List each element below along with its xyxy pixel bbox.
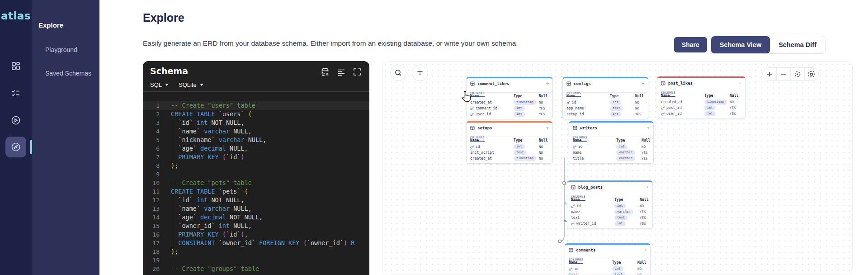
canvas-filter-button[interactable] xyxy=(412,65,428,81)
erd-column-row[interactable]: texttextNO xyxy=(565,272,650,275)
line-number: 2 xyxy=(143,110,166,119)
nav-tasks-button[interactable] xyxy=(5,83,26,104)
erd-canvas[interactable]: comment_likes✛COLUMNSNameTypeNullcreated… xyxy=(382,61,853,275)
drag-handle-icon[interactable]: ✛ xyxy=(547,81,549,85)
erd-column-row[interactable]: app_nametextNO xyxy=(563,105,648,111)
column-nullable: NO xyxy=(730,100,741,104)
center-view-button[interactable] xyxy=(790,68,804,81)
erd-table-post_likes[interactable]: post_likes✛COLUMNSNameTypeNullcreated_at… xyxy=(657,76,745,119)
erd-column-row[interactable]: user_idintYES xyxy=(657,111,745,117)
tab-columns[interactable]: COLUMNS xyxy=(661,91,675,97)
zoom-out-button[interactable] xyxy=(776,68,790,81)
erd-column-row[interactable]: init_scripttextNO xyxy=(467,150,552,156)
erd-table-blog_posts[interactable]: blog_posts✛COLUMNSNameTypeNullidintNOnam… xyxy=(567,180,653,229)
language-dropdown-value: SQL xyxy=(150,81,162,88)
tab-columns[interactable]: COLUMNS xyxy=(571,195,585,201)
erd-table-comments[interactable]: comments✛COLUMNSNameTypeNullidintNOtextt… xyxy=(565,243,651,275)
sidebar-item-playground[interactable]: Playground xyxy=(45,45,95,55)
erd-column-row[interactable]: post_idintYES xyxy=(657,105,745,111)
erd-table-header[interactable]: post_likes✛ xyxy=(657,79,745,87)
sidebar-item-saved-schemas[interactable]: Saved Schemas xyxy=(45,69,95,78)
tab-columns[interactable]: COLUMNS xyxy=(573,136,587,142)
canvas-search-button[interactable] xyxy=(390,65,406,81)
tab-columns[interactable]: COLUMNS xyxy=(470,136,485,142)
drag-handle-icon[interactable]: ✛ xyxy=(647,126,650,130)
fit-view-button[interactable] xyxy=(804,68,818,81)
zoom-in-button[interactable] xyxy=(763,68,776,81)
schema-panel-title: Schema xyxy=(150,66,188,76)
column-nullable: NO xyxy=(637,273,646,275)
share-button[interactable]: Share xyxy=(674,37,707,52)
column-name: title xyxy=(573,156,616,161)
column-nullable: NO xyxy=(637,267,646,271)
erd-table-writers[interactable]: writers✛COLUMNSNameTypeNullidintNOnameva… xyxy=(569,121,654,164)
tab-columns[interactable]: COLUMNS xyxy=(566,91,581,97)
erd-column-row[interactable]: idintNO xyxy=(565,266,650,272)
nav-playground-button[interactable] xyxy=(5,110,26,131)
column-nullable: YES xyxy=(635,112,644,116)
erd-column-row[interactable]: created_attimestampNO xyxy=(467,156,552,161)
drag-handle-icon[interactable]: ✛ xyxy=(642,81,644,85)
tab-columns[interactable]: COLUMNS xyxy=(470,91,485,97)
filter-icon xyxy=(416,69,424,77)
erd-column-row[interactable]: setup_idintYES xyxy=(563,111,648,117)
tab-columns[interactable]: COLUMNS xyxy=(569,258,583,264)
line-number: 11 xyxy=(143,187,166,196)
drag-handle-icon[interactable]: ✛ xyxy=(646,185,649,189)
fullscreen-button[interactable] xyxy=(352,67,362,77)
code-line: 16 PRIMARY KEY (`id`), xyxy=(143,230,369,239)
column-nullable: NO xyxy=(640,204,649,208)
erd-column-row[interactable]: created_attimestampNO xyxy=(657,99,745,105)
dialect-dropdown[interactable]: SQLite xyxy=(179,81,203,88)
column-nullable: NO xyxy=(539,156,549,161)
erd-column-row[interactable]: titlevarcharYES xyxy=(569,156,653,161)
erd-column-row[interactable]: comment_idintYES xyxy=(467,105,552,111)
erd-table-configs[interactable]: configs✛COLUMNSNameTypeNullidintNOapp_na… xyxy=(562,77,648,119)
column-type-badge: int xyxy=(612,266,623,271)
edge-connection-handle[interactable]: − xyxy=(563,219,567,223)
sql-code-editor[interactable]: 1-- Create "users" table2CREATE TABLE `u… xyxy=(143,92,369,275)
line-number: 1 xyxy=(143,101,166,110)
erd-column-row[interactable]: idintNO xyxy=(563,100,648,105)
erd-column-row[interactable]: idintNO xyxy=(569,144,653,150)
erd-table-header[interactable]: blog_posts✛ xyxy=(567,183,652,191)
tab-schema-diff[interactable]: Schema Diff xyxy=(770,36,825,53)
drag-handle-icon[interactable]: ✛ xyxy=(739,81,741,85)
erd-column-row[interactable]: idintNO xyxy=(467,144,552,150)
expand-icon xyxy=(353,67,362,76)
code-line: 20-- Create "groups" table xyxy=(143,265,369,273)
line-number: 8 xyxy=(143,161,166,170)
erd-column-row[interactable]: texttextYES xyxy=(567,215,652,221)
erd-table-header[interactable]: writers✛ xyxy=(569,124,653,132)
play-circle-icon xyxy=(11,115,21,125)
tab-schema-view[interactable]: Schema View xyxy=(711,36,770,53)
erd-column-row[interactable]: created_attimestampNO xyxy=(467,100,552,105)
language-dropdown[interactable]: SQL xyxy=(150,81,169,88)
erd-card-tabs: COLUMNS xyxy=(467,132,552,137)
erd-column-row[interactable]: idintNO xyxy=(567,203,652,209)
drag-handle-icon[interactable]: ✛ xyxy=(644,248,646,252)
erd-table-name: writers xyxy=(580,126,645,130)
column-nullable: NO xyxy=(539,100,549,104)
erd-table-setups[interactable]: setups✛COLUMNSNameTypeNullidintNOinit_sc… xyxy=(466,121,553,164)
nav-explore-button[interactable] xyxy=(5,137,26,157)
column-type-badge: int xyxy=(616,144,627,149)
erd-card-tabs: COLUMNS xyxy=(467,87,552,93)
code-text: PRIMARY KEY (`id`), xyxy=(166,230,248,239)
import-database-button[interactable] xyxy=(321,67,330,77)
erd-table-header[interactable]: setups✛ xyxy=(467,124,552,132)
erd-column-row[interactable]: namevarcharYES xyxy=(569,150,653,156)
erd-table-header[interactable]: comment_likes✛ xyxy=(467,80,552,87)
erd-column-row[interactable]: namevarcharYES xyxy=(567,209,652,215)
nav-dashboard-button[interactable] xyxy=(5,56,26,76)
erd-column-row[interactable]: user_idintYES xyxy=(467,111,552,117)
code-line: 19 xyxy=(143,256,369,265)
erd-table-header[interactable]: comments✛ xyxy=(565,246,650,254)
drag-handle-icon[interactable]: ✛ xyxy=(547,126,549,130)
erd-table-comment_likes[interactable]: comment_likes✛COLUMNSNameTypeNullcreated… xyxy=(466,77,553,119)
edge-connection-handle[interactable]: + xyxy=(563,201,567,205)
column-type-badge: varchar xyxy=(616,150,635,155)
erd-column-row[interactable]: writer_idintYES xyxy=(567,221,652,227)
format-code-button[interactable] xyxy=(336,67,346,77)
erd-table-header[interactable]: configs✛ xyxy=(563,80,648,87)
